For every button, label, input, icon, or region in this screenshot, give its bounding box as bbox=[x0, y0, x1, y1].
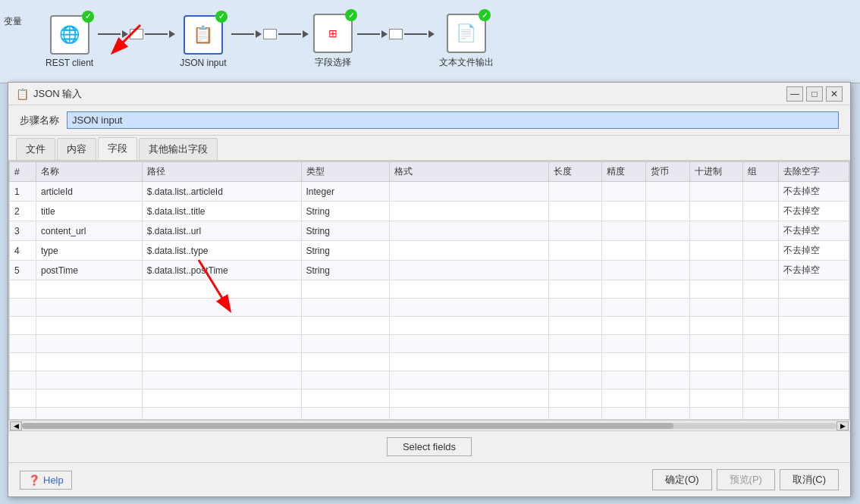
connector-3 bbox=[357, 29, 435, 39]
table-row[interactable]: 1articleId$.data.list..articleIdInteger不… bbox=[10, 182, 849, 202]
empty-cell-7-3 bbox=[301, 408, 390, 421]
minimize-button[interactable]: — bbox=[786, 86, 803, 102]
empty-cell-0-8 bbox=[690, 280, 743, 299]
node-rest-client-check: ✓ bbox=[82, 11, 94, 23]
table-row[interactable]: 4type$.data.list..typeString不去掉空 bbox=[10, 241, 849, 261]
col-name: 名称 bbox=[36, 162, 142, 182]
scrollbar-track[interactable] bbox=[22, 423, 836, 429]
empty-cell-4-8 bbox=[690, 353, 743, 371]
cell-1-3: String bbox=[301, 202, 390, 221]
empty-cell-4-2 bbox=[142, 353, 301, 371]
empty-row bbox=[10, 390, 849, 408]
cell-3-0: 4 bbox=[10, 241, 36, 261]
tab-content[interactable]: 内容 bbox=[57, 138, 96, 160]
node-text-output-icon: 📄 ✓ bbox=[447, 14, 486, 53]
cell-0-3: Integer bbox=[301, 182, 390, 202]
empty-cell-2-10 bbox=[778, 317, 849, 335]
empty-cell-7-2 bbox=[142, 408, 301, 421]
horizontal-scrollbar[interactable]: ◀ ▶ bbox=[8, 420, 850, 430]
tabs-row: 文件 内容 字段 其他输出字段 bbox=[8, 136, 850, 161]
help-button[interactable]: ❓ Help bbox=[20, 471, 72, 490]
col-precision: 精度 bbox=[601, 162, 645, 182]
scroll-right-btn[interactable]: ▶ bbox=[836, 421, 849, 430]
empty-cell-1-5 bbox=[548, 299, 601, 317]
empty-cell-7-1 bbox=[36, 408, 142, 421]
cell-1-0: 2 bbox=[10, 202, 36, 221]
select-fields-button[interactable]: Select fields bbox=[387, 437, 472, 456]
table-row[interactable]: 3content_url$.data.list..urlString不去掉空 bbox=[10, 221, 849, 241]
fields-table-container: # 名称 路径 类型 格式 长度 精度 货币 十进制 组 去除空字 1artic… bbox=[8, 161, 850, 420]
empty-cell-0-10 bbox=[778, 280, 849, 299]
node-rest-client-label: REST client bbox=[46, 58, 93, 68]
empty-cell-7-7 bbox=[645, 408, 689, 421]
cell-2-1: content_url bbox=[36, 221, 142, 241]
close-button[interactable]: ✕ bbox=[826, 86, 843, 102]
empty-cell-6-4 bbox=[390, 390, 549, 408]
help-label: Help bbox=[43, 474, 64, 486]
cell-4-2: $.data.list..postTime bbox=[142, 261, 301, 280]
empty-row bbox=[10, 371, 849, 390]
connector-2 bbox=[231, 29, 309, 39]
empty-cell-5-5 bbox=[548, 371, 601, 390]
empty-row bbox=[10, 335, 849, 353]
col-trim-null: 去除空字 bbox=[778, 162, 849, 182]
connector-1 bbox=[98, 29, 175, 39]
empty-cell-0-2 bbox=[142, 280, 301, 299]
scroll-left-btn[interactable]: ◀ bbox=[10, 421, 22, 430]
empty-cell-5-3 bbox=[301, 371, 390, 390]
empty-cell-5-9 bbox=[743, 371, 779, 390]
table-row[interactable]: 5postTime$.data.list..postTimeString不去掉空 bbox=[10, 261, 849, 280]
empty-cell-3-1 bbox=[36, 335, 142, 353]
empty-cell-7-6 bbox=[601, 408, 645, 421]
table-row[interactable]: 2title$.data.list..titleString不去掉空 bbox=[10, 202, 849, 221]
cell-2-0: 3 bbox=[10, 221, 36, 241]
node-json-input[interactable]: 📋 ✓ JSON input bbox=[180, 15, 226, 68]
tab-fields[interactable]: 字段 bbox=[98, 137, 137, 160]
cell-3-10: 不去掉空 bbox=[778, 241, 849, 261]
empty-cell-5-0 bbox=[10, 371, 36, 390]
cell-0-2: $.data.list..articleId bbox=[142, 182, 301, 202]
empty-cell-5-1 bbox=[36, 371, 142, 390]
node-field-select[interactable]: ⊞ ✓ 字段选择 bbox=[313, 14, 353, 69]
col-decimal: 十进制 bbox=[690, 162, 743, 182]
empty-cell-3-5 bbox=[548, 335, 601, 353]
node-rest-client[interactable]: 🌐 ✓ REST client bbox=[46, 15, 93, 68]
empty-cell-7-9 bbox=[743, 408, 779, 421]
empty-cell-6-6 bbox=[601, 390, 645, 408]
step-name-row: 步骤名称 bbox=[8, 105, 850, 136]
cell-2-9 bbox=[743, 221, 779, 241]
cell-3-3: String bbox=[301, 241, 390, 261]
node-text-output[interactable]: 📄 ✓ 文本文件输出 bbox=[439, 14, 494, 69]
empty-cell-1-6 bbox=[601, 299, 645, 317]
node-text-output-check: ✓ bbox=[479, 9, 491, 21]
empty-cell-2-4 bbox=[390, 317, 549, 335]
col-length: 长度 bbox=[548, 162, 601, 182]
preview-button[interactable]: 预览(P) bbox=[717, 469, 775, 490]
cell-1-1: title bbox=[36, 202, 142, 221]
node-field-select-icon: ⊞ ✓ bbox=[313, 14, 353, 53]
cell-4-10: 不去掉空 bbox=[778, 261, 849, 280]
step-name-input[interactable] bbox=[67, 111, 839, 129]
tab-file[interactable]: 文件 bbox=[16, 138, 55, 160]
empty-cell-6-8 bbox=[690, 390, 743, 408]
cell-4-4 bbox=[390, 261, 549, 280]
empty-cell-5-8 bbox=[690, 371, 743, 390]
cell-0-4 bbox=[390, 182, 549, 202]
node-json-input-check: ✓ bbox=[215, 11, 228, 23]
cell-3-4 bbox=[390, 241, 549, 261]
tab-other-output[interactable]: 其他输出字段 bbox=[139, 138, 218, 160]
empty-cell-7-0 bbox=[10, 408, 36, 421]
col-type: 类型 bbox=[301, 162, 390, 182]
empty-cell-1-10 bbox=[778, 299, 849, 317]
empty-row bbox=[10, 317, 849, 335]
cell-4-0: 5 bbox=[10, 261, 36, 280]
empty-cell-4-1 bbox=[36, 353, 142, 371]
empty-cell-6-10 bbox=[778, 390, 849, 408]
cell-4-8 bbox=[690, 261, 743, 280]
cancel-button[interactable]: 取消(C) bbox=[780, 469, 839, 490]
maximize-button[interactable]: □ bbox=[806, 86, 823, 102]
confirm-button[interactable]: 确定(O) bbox=[652, 469, 712, 490]
bottom-left: ❓ Help bbox=[20, 471, 72, 490]
table-body: 1articleId$.data.list..articleIdInteger不… bbox=[10, 182, 849, 421]
empty-cell-2-9 bbox=[743, 317, 779, 335]
